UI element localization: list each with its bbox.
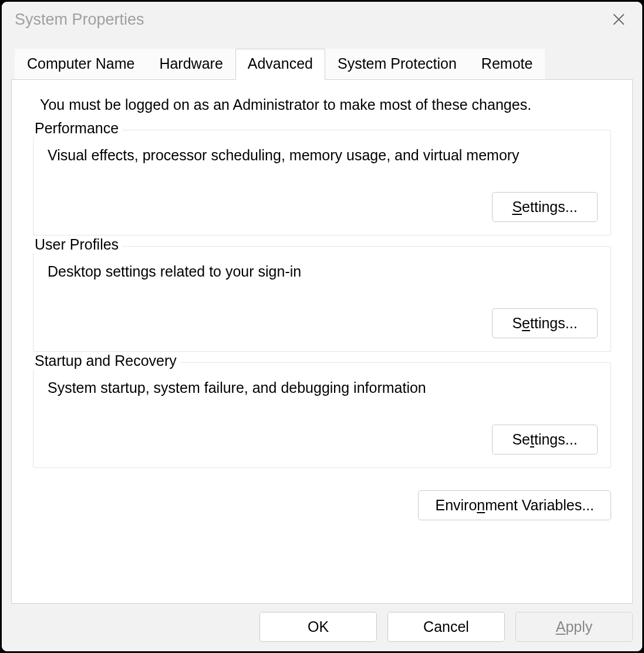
window-title: System Properties — [15, 11, 144, 29]
tab-remote[interactable]: Remote — [469, 49, 545, 80]
performance-actions: Settings... — [46, 192, 598, 222]
startup-recovery-settings-button[interactable]: Settings... — [492, 425, 598, 455]
advanced-tab-panel: You must be logged on as an Administrato… — [11, 79, 633, 604]
startup-recovery-actions: Settings... — [46, 425, 598, 455]
system-properties-window: System Properties Computer Name Hardware… — [0, 0, 644, 653]
environment-variables-button[interactable]: Environment Variables... — [418, 490, 611, 520]
user-profiles-group-label: User Profiles — [31, 236, 122, 253]
apply-button[interactable]: Apply — [515, 612, 633, 642]
user-profiles-actions: Settings... — [46, 308, 598, 338]
tab-advanced[interactable]: Advanced — [235, 49, 325, 80]
performance-desc: Visual effects, processor scheduling, me… — [48, 147, 598, 164]
cancel-button[interactable]: Cancel — [387, 612, 505, 642]
tab-computer-name[interactable]: Computer Name — [15, 49, 147, 80]
titlebar: System Properties — [2, 2, 642, 39]
tab-hardware[interactable]: Hardware — [147, 49, 235, 80]
startup-recovery-desc: System startup, system failure, and debu… — [48, 379, 598, 396]
startup-recovery-group-label: Startup and Recovery — [31, 352, 180, 369]
performance-group-label: Performance — [31, 120, 122, 137]
tab-strip: Computer Name Hardware Advanced System P… — [15, 49, 633, 80]
user-profiles-group: User Profiles Desktop settings related t… — [33, 246, 611, 352]
admin-notice: You must be logged on as an Administrato… — [40, 96, 611, 113]
performance-group: Performance Visual effects, processor sc… — [33, 130, 611, 235]
close-icon — [613, 14, 625, 25]
tab-system-protection[interactable]: System Protection — [325, 49, 469, 80]
dialog-button-bar: OK Cancel Apply — [2, 604, 642, 651]
close-button[interactable] — [607, 8, 630, 31]
environment-variables-row: Environment Variables... — [33, 490, 611, 520]
performance-settings-button[interactable]: Settings... — [492, 192, 598, 222]
content-area: Computer Name Hardware Advanced System P… — [2, 39, 642, 604]
startup-recovery-group: Startup and Recovery System startup, sys… — [33, 362, 611, 468]
user-profiles-desc: Desktop settings related to your sign-in — [48, 263, 598, 280]
ok-button[interactable]: OK — [259, 612, 377, 642]
user-profiles-settings-button[interactable]: Settings... — [492, 308, 598, 338]
